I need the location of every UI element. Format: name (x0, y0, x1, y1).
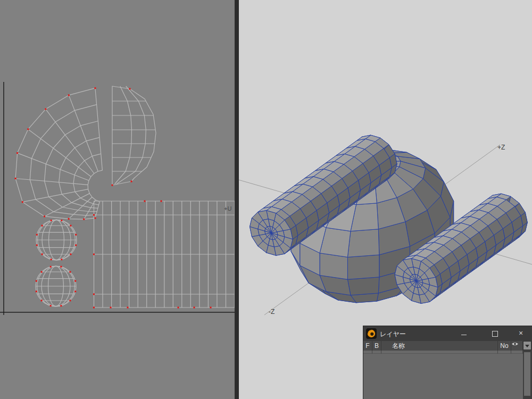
metasequoia-window: +U +Z-Z レイヤー × F B 名称 No (0, 0, 532, 399)
uv-editor-canvas[interactable]: +U (0, 0, 235, 399)
z-axis-negative-label: -Z (269, 308, 275, 315)
maximize-button[interactable] (490, 329, 500, 338)
uv-editor-panel[interactable]: +U (0, 0, 235, 399)
layer-panel-titlebar[interactable]: レイヤー × (363, 326, 532, 341)
layer-panel-title: レイヤー (380, 330, 406, 339)
layer-panel-window: レイヤー × F B 名称 No (363, 326, 532, 399)
minimize-icon (461, 335, 467, 335)
minimize-button[interactable] (459, 329, 469, 338)
empty-cell (381, 351, 498, 354)
chevron-down-icon (525, 345, 529, 350)
layer-list-header: F B 名称 No (363, 341, 523, 351)
scrollbar[interactable] (523, 341, 532, 399)
layer-list (363, 351, 523, 354)
close-button[interactable]: × (516, 329, 526, 338)
empty-cell (511, 351, 523, 354)
layer-row-partial[interactable] (363, 351, 523, 354)
metasequoia-app-icon (366, 328, 377, 339)
maximize-icon (492, 331, 498, 337)
column-header-no[interactable]: No (498, 341, 511, 351)
scrollbar-thumb[interactable] (524, 352, 530, 396)
empty-cell (498, 351, 511, 354)
visibility-eye-icon[interactable] (511, 341, 523, 351)
column-header-back[interactable]: B (372, 341, 381, 351)
empty-cell (372, 351, 381, 354)
column-header-name[interactable]: 名称 (381, 341, 498, 351)
panel-divider[interactable] (235, 0, 239, 399)
column-header-front[interactable]: F (363, 341, 372, 351)
z-axis-positive-label: +Z (497, 144, 505, 151)
column-options-button[interactable] (523, 341, 531, 350)
u-axis-label: +U (224, 205, 231, 212)
empty-cell (363, 351, 372, 354)
